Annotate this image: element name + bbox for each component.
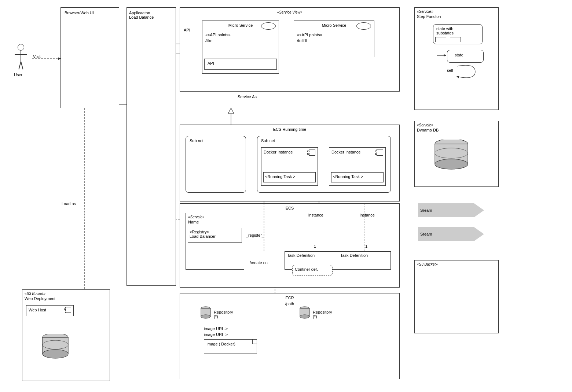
s3-right-stereotype: «S3 Bucket»: [417, 262, 438, 266]
api-points-1: «<API points»: [205, 33, 231, 37]
docker-1-label: Docker Instance: [264, 150, 293, 154]
step-function-stereotype: «Servcie»: [417, 9, 433, 14]
step-function-box: «Servcie» Step Functon state withsubstat…: [414, 7, 499, 110]
user-label: User: [14, 73, 22, 77]
diagram-canvas: User Visit Browser/Web UI Load as Applic…: [0, 0, 572, 392]
browser-web-box: Browser/Web UI: [60, 7, 119, 108]
instance-1-label: instance: [308, 213, 323, 217]
s3-web-title: Web Deployment: [25, 296, 55, 301]
path-fullfill: /fullfill: [297, 38, 307, 43]
micro-service-1-label: Micro Service: [228, 23, 253, 27]
subnet-2-label: Sub net: [261, 138, 275, 143]
docker-2-label: Docker Instance: [331, 150, 360, 154]
api-inner-box-1: API: [204, 59, 277, 70]
running-task-2: <Running Task >: [331, 172, 384, 182]
state-substates-box: state withsubstates: [433, 24, 483, 44]
multiplicity-1b: 1: [365, 244, 367, 248]
stream-1: Sream: [418, 203, 484, 217]
service-name-label: Name: [188, 220, 199, 224]
repo-1-label: Repository (*): [214, 310, 233, 319]
service-view-stereotype: «Service View»: [277, 10, 302, 14]
registry-lb-label: <Registry>Load Balancer: [190, 230, 216, 238]
ecs-box: ECS «Servcie» Name <Registry>Load Balanc…: [180, 203, 400, 288]
svg-point-22: [43, 350, 68, 358]
registry-lb-box: <Registry>Load Balancer: [188, 228, 242, 243]
service-name-box: «Servcie» Name <Registry>Load Balancer: [186, 213, 244, 270]
browser-web-label: Browser/Web UI: [65, 11, 94, 15]
api-points-2: «<API points»: [297, 33, 322, 37]
s3-web-stereotype: «S3 Bucket»: [25, 291, 45, 296]
ecs-running-label: ECS Running time: [273, 127, 307, 132]
step-function-title: Step Functon: [417, 14, 441, 19]
create-on-label: /create on: [250, 260, 268, 265]
register-label: _register_: [246, 233, 264, 237]
micro-service-2-label: Micro Service: [322, 23, 346, 27]
state-box: state: [447, 50, 484, 63]
image-uri-2: image URI ->: [204, 332, 228, 337]
image-docker-label: Image ( Docker): [206, 342, 235, 346]
instance-2-label: instance: [360, 213, 375, 217]
web-host-label: Web Host: [29, 308, 46, 312]
s3-web-box: «S3 Bucket» Web Deployment Web Host: [22, 289, 110, 381]
visit-label: Visit: [33, 54, 41, 59]
micro-service-2-box: Micro Service «<API points» /fullfill: [294, 21, 374, 57]
container-def-label: Continer def.: [295, 267, 318, 271]
load-as-label: Load as: [62, 201, 76, 206]
docker-2-box: Docker Instance <Running Task >: [329, 147, 386, 186]
micro-service-1-ellipse: [261, 22, 276, 30]
path-like: /like: [205, 38, 213, 43]
task-def-2-label: Task Defenition: [340, 253, 368, 258]
dynamo-stereotype: «Servcie»: [417, 123, 433, 127]
app-load-balance-box: ApplicaatonLoad Balance: [126, 7, 176, 286]
task-def-1-label: Task Defenition: [287, 253, 315, 258]
service-view-box: «Service View» Micro Service «<API point…: [180, 7, 400, 92]
ecr-box: ECR /path Repository (*) image URI -> im…: [180, 293, 400, 379]
ecr-label: ECR: [285, 296, 294, 300]
state-substates-label: state withsubstates: [436, 26, 454, 35]
api-label: API: [184, 28, 190, 32]
service-as-label: Service As: [238, 95, 257, 99]
running-task-2-label: <Running Task >: [333, 174, 363, 179]
dynamo-db-box: «Servcie» Dynamo DB: [414, 121, 499, 187]
running-task-1: <Running Task >: [263, 172, 316, 182]
svg-point-19: [300, 315, 309, 318]
micro-service-2-ellipse: [356, 22, 371, 30]
dynamo-db-icon: [433, 140, 470, 173]
api-label-inner: API: [208, 61, 214, 66]
stream-2: Sream: [418, 227, 484, 241]
s3-right-box: «S3 Bucket»: [414, 260, 499, 333]
repo-2-label: Repository (*): [313, 310, 332, 319]
service-name-stereotype: «Servcie»: [188, 215, 204, 219]
running-task-1-label: <Running Task >: [265, 174, 295, 179]
svg-point-16: [201, 315, 210, 318]
image-uri-1: image URI ->: [204, 326, 228, 331]
multiplicity-1a: 1: [314, 244, 316, 248]
ecs-running-box: ECS Running time Sub net Sub net Docker …: [180, 125, 400, 201]
ecr-path: /path: [285, 302, 294, 306]
docker-1-box: Docker Instance <Running Task >: [261, 147, 318, 186]
state-label: state: [455, 53, 463, 57]
substate-2: [450, 37, 461, 42]
app-load-balance-label: ApplicaatonLoad Balance: [129, 11, 154, 19]
svg-point-27: [435, 159, 468, 169]
web-host-box: Web Host: [26, 305, 74, 316]
subnet-1-label: Sub net: [190, 138, 203, 143]
dynamo-title: Dynamo DB: [417, 128, 439, 132]
container-def-box: Continer def.: [292, 265, 333, 276]
micro-service-1-box: Micro Service «<API points» /like API: [202, 21, 279, 74]
task-def-2-box: Task Defenition: [338, 251, 391, 270]
image-docker-box: Image ( Docker): [204, 339, 257, 354]
s3-db-icon: [41, 334, 70, 362]
subnet-1-box: Sub net: [186, 136, 246, 193]
subnet-2-box: Sub net Docker Instance <Running Task > …: [257, 136, 391, 193]
substate-1: [435, 37, 446, 42]
task-def-1-box: Task Defenition Continer def.: [285, 251, 343, 270]
ecs-label: ECS: [286, 206, 294, 210]
svg-marker-6: [228, 108, 234, 114]
